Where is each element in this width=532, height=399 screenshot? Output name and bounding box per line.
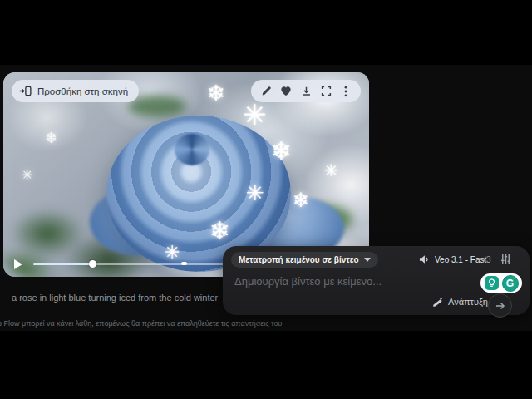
video-progress-played	[33, 263, 92, 265]
frost-crystal: ✳	[165, 244, 180, 262]
mode-selector-dropdown[interactable]: Μετατροπή κειμένου σε βίντεο	[231, 252, 378, 268]
video-progress-marker	[181, 262, 187, 265]
chevron-down-icon	[364, 258, 371, 262]
play-icon[interactable]	[13, 258, 27, 271]
lightbulb-icon[interactable]	[485, 276, 499, 290]
disclaimer-text: ο Flow μπορεί να κάνει λάθη, επομένως θα…	[0, 319, 282, 328]
prompt-text-input[interactable]	[233, 273, 469, 289]
mode-selector-label: Μετατροπή κειμένου σε βίντεο	[239, 255, 359, 264]
model-label: Veo 3.1 - Fast	[435, 255, 486, 264]
arrow-right-icon	[495, 302, 505, 310]
audio-speaker-icon	[419, 254, 430, 264]
add-to-scene-icon	[19, 86, 32, 96]
add-to-scene-label: Προσθήκη στη σκηνή	[37, 86, 128, 96]
frost-crystal: ❄	[209, 219, 230, 244]
frost-crystal: ❄	[293, 190, 309, 210]
submit-arrow-button[interactable]	[488, 293, 512, 318]
frost-crystal: ✳	[22, 169, 32, 182]
frost-crystal: ✳	[243, 101, 267, 129]
prompt-panel: Μετατροπή κειμένου σε βίντεο Veo 3.1 - F…	[223, 246, 530, 315]
more-options-icon[interactable]	[336, 80, 356, 102]
output-count-label: x3	[482, 255, 491, 264]
model-selector[interactable]: Veo 3.1 - Fast	[419, 251, 486, 268]
expand-label: Ανάπτυξη	[448, 297, 488, 307]
tune-icon[interactable]	[500, 253, 512, 268]
photo-leaf	[128, 96, 186, 117]
rose-center	[175, 134, 209, 165]
grammarly-g-icon[interactable]: G	[502, 275, 519, 292]
frost-crystal: ❄	[271, 139, 292, 164]
video-progress-bar[interactable]	[33, 263, 244, 265]
favorite-heart-icon[interactable]	[276, 80, 296, 102]
prompt-caption: a rose in light blue turning iced from t…	[12, 293, 218, 303]
frost-crystal: ❄	[45, 131, 57, 145]
pen-spark-icon	[432, 297, 443, 308]
download-icon[interactable]	[296, 80, 316, 102]
frost-crystal: ✳	[246, 182, 264, 204]
expand-prompt-button[interactable]: Ανάπτυξη	[432, 295, 488, 308]
browser-extension-badges[interactable]: G	[480, 273, 522, 293]
fullscreen-icon[interactable]	[316, 80, 336, 102]
frost-crystal: ✳	[324, 162, 338, 179]
add-to-scene-button[interactable]: Προσθήκη στη σκηνή	[12, 80, 139, 102]
frost-crystal: ❄	[207, 82, 225, 104]
edit-pencil-icon[interactable]	[256, 80, 276, 102]
media-actions-toolbar	[251, 80, 361, 102]
